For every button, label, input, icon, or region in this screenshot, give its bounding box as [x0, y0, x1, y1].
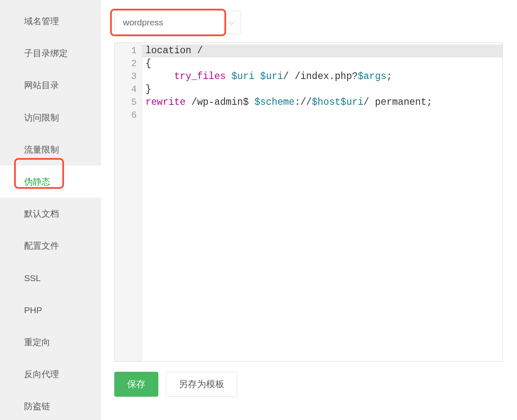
sidebar-item-php[interactable]: PHP: [0, 294, 101, 326]
sidebar-item-pseudo-static[interactable]: 伪静态: [0, 166, 101, 198]
sidebar-item-default-document[interactable]: 默认文档: [0, 198, 101, 230]
sidebar-item-redirect[interactable]: 重定向: [0, 326, 101, 358]
sidebar: 域名管理 子目录绑定 网站目录 访问限制 流量限制 伪静态 默认文档 配置文件 …: [0, 0, 101, 420]
code-area[interactable]: location /{ try_files $uri $uri/ /index.…: [142, 43, 502, 361]
code-line[interactable]: try_files $uri $uri/ /index.php?$args;: [142, 70, 502, 83]
code-editor[interactable]: 123456 location /{ try_files $uri $uri/ …: [114, 42, 503, 362]
code-line[interactable]: {: [142, 57, 502, 70]
code-line[interactable]: rewrite /wp-admin$ $scheme://$host$uri/ …: [142, 96, 502, 109]
save-button[interactable]: 保存: [114, 372, 158, 397]
template-selector-area: wordpress: [114, 11, 517, 34]
gutter-line-number: 2: [115, 57, 142, 70]
gutter-line-number: 1: [115, 44, 142, 57]
chevron-down-icon: [228, 17, 235, 27]
save-as-template-button[interactable]: 另存为模板: [166, 372, 237, 397]
gutter-line-number: 6: [115, 109, 142, 122]
sidebar-item-subdirectory-binding[interactable]: 子目录绑定: [0, 37, 101, 69]
template-dropdown-value: wordpress: [123, 17, 232, 27]
code-gutter: 123456: [115, 43, 142, 361]
gutter-line-number: 5: [115, 96, 142, 109]
gutter-line-number: 4: [115, 83, 142, 96]
code-line[interactable]: location /: [142, 44, 502, 57]
sidebar-item-domain-management[interactable]: 域名管理: [0, 5, 101, 37]
sidebar-item-ssl[interactable]: SSL: [0, 262, 101, 294]
button-row: 保存 另存为模板: [114, 372, 517, 397]
sidebar-item-traffic-limit[interactable]: 流量限制: [0, 133, 101, 166]
gutter-line-number: 3: [115, 70, 142, 83]
sidebar-item-access-restriction[interactable]: 访问限制: [0, 101, 101, 133]
sidebar-item-anti-leech[interactable]: 防盗链: [0, 390, 101, 420]
sidebar-item-reverse-proxy[interactable]: 反向代理: [0, 358, 101, 390]
template-dropdown[interactable]: wordpress: [114, 11, 241, 34]
main-content: wordpress 123456 location /{ try_files $…: [101, 0, 517, 420]
code-line[interactable]: }: [142, 83, 502, 96]
sidebar-item-config-file[interactable]: 配置文件: [0, 230, 101, 262]
sidebar-item-website-directory[interactable]: 网站目录: [0, 69, 101, 101]
